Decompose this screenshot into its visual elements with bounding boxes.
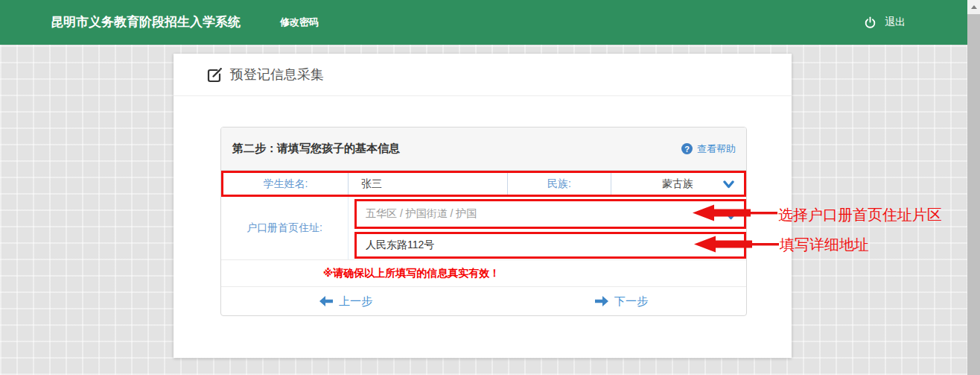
chevron-down-icon: [723, 180, 734, 192]
district-path-value: 五华区 / 护国街道 / 护国: [366, 207, 477, 221]
next-step-button[interactable]: 下一步: [595, 294, 648, 309]
district-annotation-note: 选择户口册首页住址片区: [778, 207, 942, 223]
app-title: 昆明市义务教育阶段招生入学系统: [51, 0, 241, 45]
student-name-input[interactable]: [361, 178, 507, 190]
detail-address-input[interactable]: [366, 239, 744, 251]
power-icon: [864, 16, 876, 29]
detail-annotation-note: 填写详细地址: [780, 236, 869, 253]
prev-step-button[interactable]: 上一步: [319, 294, 372, 309]
prev-step-label: 上一步: [339, 294, 372, 309]
ethnicity-select[interactable]: 蒙古族: [611, 173, 744, 195]
scrollbar-thumb[interactable]: [967, 14, 980, 375]
household-address-fields: 五华区 / 护国街道 / 护国: [349, 197, 746, 259]
step-form-panel: 第二步：请填写您孩子的基本信息 ? 查看帮助 学生姓名: 民族: 蒙古族: [220, 127, 747, 316]
ethnicity-label: 民族:: [508, 173, 611, 195]
change-password-link[interactable]: 修改密码: [280, 0, 319, 45]
card-title-bar: 预登记信息采集: [174, 54, 792, 96]
student-name-label: 学生姓名:: [223, 173, 349, 195]
logout-button[interactable]: 退出: [864, 0, 906, 45]
validity-notice: ※请确保以上所填写的信息真实有效！: [221, 259, 746, 286]
household-address-label: 户口册首页住址:: [221, 197, 349, 259]
scrollbar-up-icon: [971, 5, 977, 9]
panel-header: 第二步：请填写您孩子的基本信息 ? 查看帮助: [221, 127, 746, 171]
household-address-row: 户口册首页住址: 五华区 / 护国街道 / 护国: [221, 197, 746, 259]
question-circle-icon: ?: [681, 143, 693, 154]
vertical-scrollbar[interactable]: [967, 0, 980, 375]
pre-registration-card: 预登记信息采集 第二步：请填写您孩子的基本信息 ? 查看帮助 学生姓名: 民族:…: [174, 54, 792, 358]
detail-address-cell: [354, 232, 746, 259]
arrow-right-icon: [595, 296, 608, 306]
chevron-down-icon: [725, 211, 736, 223]
student-name-cell: [349, 173, 508, 195]
next-step-label: 下一步: [614, 294, 648, 309]
edit-icon: [206, 67, 222, 83]
step-nav-footer: 上一步 下一步: [221, 286, 746, 315]
view-help-link[interactable]: ? 查看帮助: [681, 142, 736, 156]
view-help-label: 查看帮助: [697, 142, 736, 156]
app-header: 昆明市义务教育阶段招生入学系统 修改密码 退出: [0, 0, 980, 45]
arrow-left-icon: [319, 296, 333, 306]
logout-label: 退出: [885, 16, 906, 29]
card-title-text: 预登记信息采集: [230, 66, 324, 83]
basic-info-row: 学生姓名: 民族: 蒙古族: [221, 171, 746, 197]
district-cascader-select[interactable]: 五华区 / 护国街道 / 护国: [354, 199, 746, 229]
step-title: 第二步：请填写您孩子的基本信息: [232, 142, 400, 156]
ethnicity-value: 蒙古族: [662, 177, 693, 191]
